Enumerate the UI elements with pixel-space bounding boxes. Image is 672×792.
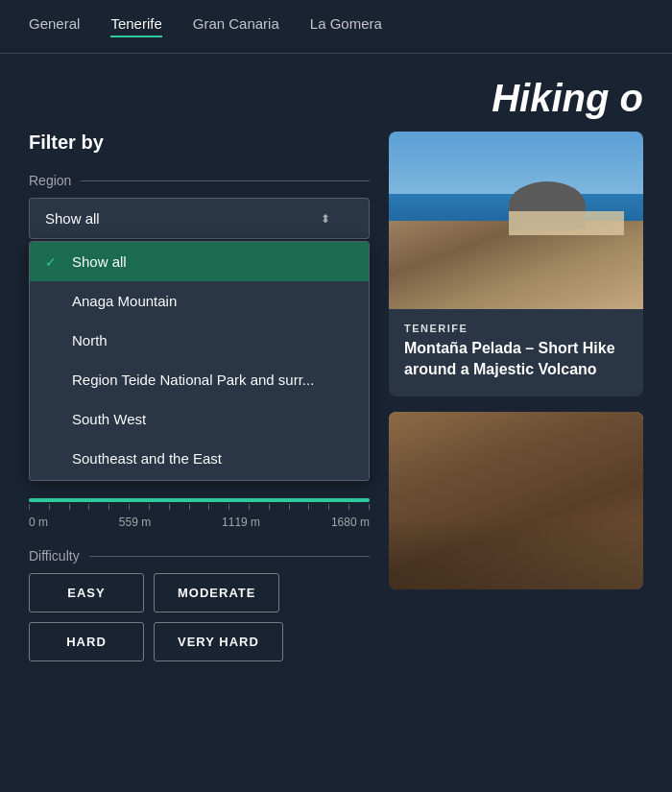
- dropdown-item-north[interactable]: North: [30, 321, 369, 360]
- dropdown-item-label: Region Teide National Park and surr...: [72, 372, 314, 388]
- tick-6: [129, 504, 130, 510]
- top-navigation: General Tenerife Gran Canaria La Gomera: [0, 0, 672, 54]
- cards-panel: TENERIFE Montaña Pelada – Short Hike aro…: [389, 132, 643, 661]
- altitude-max-label: 1680 m: [331, 516, 370, 529]
- select-arrow-icon: ⬍: [321, 212, 330, 226]
- filter-panel: Filter by Region Show all ⬍ ✓ Show all A…: [29, 132, 370, 661]
- page-header: Hiking o: [0, 54, 672, 132]
- town-element: [509, 211, 624, 235]
- region-label: Region: [29, 173, 370, 188]
- tick-1: [29, 504, 30, 510]
- tick-18: [369, 504, 370, 510]
- tick-2: [49, 504, 50, 510]
- filter-title: Filter by: [29, 132, 370, 154]
- altitude-slider-labels: 0 m 559 m 1119 m 1680 m: [29, 516, 370, 529]
- nav-item-la-gomera[interactable]: La Gomera: [310, 15, 382, 37]
- dropdown-item-teide[interactable]: Region Teide National Park and surr...: [30, 360, 369, 399]
- dropdown-item-southwest[interactable]: South West: [30, 399, 369, 439]
- altitude-slider-track[interactable]: [29, 498, 370, 502]
- region-select[interactable]: Show all ⬍: [29, 198, 370, 239]
- card-image-2: [389, 412, 643, 589]
- hike-card-2[interactable]: [389, 412, 643, 589]
- nav-item-tenerife[interactable]: Tenerife: [110, 15, 161, 37]
- difficulty-section: Difficulty EASY MODERATE HARD VERY HARD: [29, 548, 370, 661]
- tick-10: [208, 504, 209, 510]
- altitude-section: 0 m 559 m 1119 m 1680 m: [29, 498, 370, 529]
- dropdown-item-label: Show all: [72, 253, 127, 270]
- tick-3: [69, 504, 70, 510]
- dropdown-item-show-all[interactable]: ✓ Show all: [30, 242, 369, 281]
- dropdown-item-label: Southeast and the East: [72, 450, 222, 467]
- slider-ticks: [29, 504, 370, 510]
- tick-16: [328, 504, 329, 510]
- difficulty-label: Difficulty: [29, 548, 370, 564]
- card-image-1: [389, 132, 643, 309]
- dropdown-item-southeast[interactable]: Southeast and the East: [30, 439, 369, 478]
- card-title-1: Montaña Pelada – Short Hike around a Maj…: [389, 338, 643, 396]
- region-dropdown: ✓ Show all Anaga Mountain North Region T…: [29, 241, 370, 481]
- card-location-1: TENERIFE: [389, 309, 643, 338]
- coastal-scene: [389, 132, 643, 309]
- tick-4: [88, 504, 89, 510]
- altitude-mid1-label: 559 m: [119, 516, 151, 529]
- tick-5: [108, 504, 109, 510]
- check-icon: ✓: [45, 254, 60, 270]
- easy-button[interactable]: EASY: [29, 573, 144, 612]
- tick-7: [149, 504, 150, 510]
- altitude-slider-fill: [29, 498, 370, 502]
- tick-8: [169, 504, 170, 510]
- dropdown-item-label: North: [72, 332, 108, 348]
- dropdown-item-teno[interactable]: Teno Mountain: [30, 478, 369, 481]
- main-content: Filter by Region Show all ⬍ ✓ Show all A…: [0, 132, 672, 661]
- difficulty-buttons-group: EASY MODERATE HARD VERY HARD: [29, 573, 370, 661]
- moderate-button[interactable]: MODERATE: [154, 573, 279, 612]
- nav-item-general[interactable]: General: [29, 15, 80, 37]
- tick-11: [228, 504, 229, 510]
- dropdown-item-label: Anaga Mountain: [72, 293, 177, 309]
- region-select-wrapper: Show all ⬍ ✓ Show all Anaga Mountain Nor…: [29, 198, 370, 239]
- tick-17: [348, 504, 349, 510]
- altitude-mid2-label: 1119 m: [222, 516, 260, 529]
- dropdown-item-anaga[interactable]: Anaga Mountain: [30, 281, 369, 321]
- tick-13: [269, 504, 270, 510]
- region-select-value: Show all: [45, 210, 100, 227]
- dropdown-item-label: South West: [72, 411, 146, 427]
- nav-item-gran-canaria[interactable]: Gran Canaria: [193, 15, 279, 37]
- altitude-min-label: 0 m: [29, 516, 48, 529]
- tick-9: [189, 504, 190, 510]
- tick-14: [289, 504, 290, 510]
- page-title: Hiking o: [29, 77, 643, 120]
- tick-12: [249, 504, 250, 510]
- very-hard-button[interactable]: VERY HARD: [154, 622, 283, 661]
- hard-button[interactable]: HARD: [29, 622, 144, 661]
- hike-card-1[interactable]: TENERIFE Montaña Pelada – Short Hike aro…: [389, 132, 643, 396]
- tick-15: [308, 504, 309, 510]
